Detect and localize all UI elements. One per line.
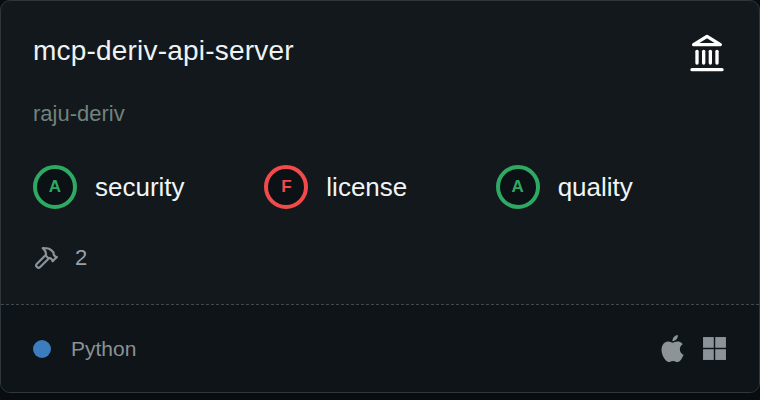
language-indicator: Python [33,337,136,361]
hammer-icon [33,245,59,271]
grade-quality-badge: A [496,165,540,209]
windows-icon [702,336,727,361]
server-title: mcp-deriv-api-server [33,35,294,67]
grade-quality-label: quality [558,172,633,203]
mcp-server-card[interactable]: mcp-deriv-api-server raju-deriv A securi… [0,0,760,393]
card-footer: Python [1,304,759,392]
grade-security-badge: A [33,165,77,209]
landmark-icon [687,33,727,73]
grade-security: A security [33,165,264,209]
grade-license-badge: F [264,165,308,209]
card-body: mcp-deriv-api-server raju-deriv A securi… [1,1,759,304]
server-owner: raju-deriv [33,101,727,127]
tools-count: 2 [75,245,87,271]
grade-security-label: security [95,172,185,203]
tools-count-row: 2 [33,245,727,271]
card-header: mcp-deriv-api-server [33,29,727,73]
platform-icons [659,335,727,362]
grade-license: F license [264,165,495,209]
apple-icon [659,335,686,362]
language-color-dot [33,340,51,358]
grade-quality: A quality [496,165,727,209]
grades-row: A security F license A quality [33,165,727,209]
language-label: Python [71,337,136,361]
grade-license-label: license [326,172,407,203]
